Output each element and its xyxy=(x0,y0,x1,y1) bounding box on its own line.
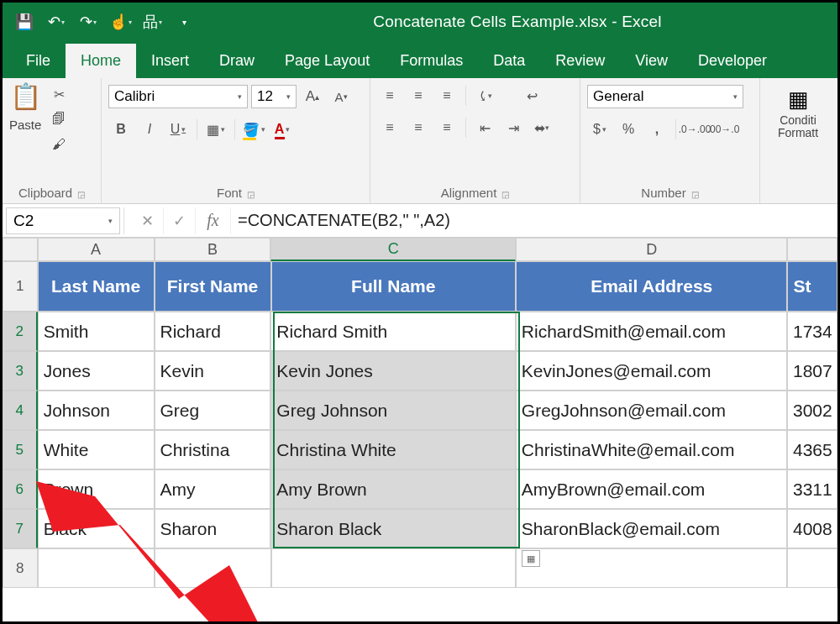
format-painter-icon[interactable]: 🖌 xyxy=(46,134,71,155)
cell[interactable] xyxy=(155,548,271,588)
cell[interactable]: Johnson xyxy=(38,391,155,430)
row-header-1[interactable]: 1 xyxy=(3,261,38,312)
save-icon[interactable]: 💾 xyxy=(11,8,38,35)
accounting-format-icon[interactable]: $▾ xyxy=(587,118,612,140)
cell[interactable]: GregJohnson@email.com xyxy=(516,391,787,430)
cut-icon[interactable]: ✂ xyxy=(46,83,71,105)
cell[interactable]: Email Address xyxy=(516,261,787,312)
col-header-C[interactable]: C xyxy=(270,238,516,261)
cell[interactable]: 4008 xyxy=(787,509,837,548)
number-launcher-icon[interactable]: ◲ xyxy=(691,190,699,199)
increase-decimal-icon[interactable]: .0→.00 xyxy=(682,118,707,140)
tab-view[interactable]: View xyxy=(620,44,683,78)
borders-icon[interactable]: ▦▾ xyxy=(203,118,228,140)
cell[interactable] xyxy=(787,548,837,588)
increase-font-icon[interactable]: A▴ xyxy=(300,86,325,107)
wrap-text-icon[interactable]: ↩ xyxy=(519,85,544,107)
cell[interactable]: St xyxy=(787,261,837,312)
cell[interactable] xyxy=(271,548,517,588)
paste-icon[interactable]: 📋 xyxy=(10,81,41,111)
redo-icon[interactable]: ↷▾ xyxy=(75,8,102,35)
conditional-formatting-icon[interactable]: ▦ xyxy=(788,87,809,113)
align-right-icon[interactable]: ≡ xyxy=(434,117,459,139)
align-top-icon[interactable]: ≡ xyxy=(377,85,402,107)
decrease-indent-icon[interactable]: ⇤ xyxy=(472,117,497,139)
font-size-select[interactable]: 12▾ xyxy=(251,85,297,108)
cell[interactable]: 3002 xyxy=(787,391,837,430)
cell[interactable]: First Name xyxy=(155,261,271,312)
cell[interactable]: Amy Brown xyxy=(270,469,515,509)
touch-mode-icon[interactable]: ☝▾ xyxy=(107,8,134,35)
percent-format-icon[interactable]: % xyxy=(616,118,641,140)
cell[interactable]: Amy xyxy=(155,469,271,509)
clipboard-launcher-icon[interactable]: ◲ xyxy=(77,190,85,199)
row-header-7[interactable]: 7 xyxy=(3,509,38,548)
tab-draw[interactable]: Draw xyxy=(204,44,270,78)
paste-button[interactable]: Paste xyxy=(9,118,41,132)
merge-center-icon[interactable]: ⬌▾ xyxy=(529,117,554,139)
font-color-icon[interactable]: A▾ xyxy=(270,118,295,140)
cell[interactable] xyxy=(516,548,787,588)
cell[interactable]: KevinJones@email.com xyxy=(516,351,787,391)
cell[interactable]: 4365 xyxy=(787,430,837,469)
bold-button[interactable]: B xyxy=(108,118,134,140)
cell[interactable]: SharonBlack@email.com xyxy=(516,509,787,548)
italic-button[interactable]: I xyxy=(137,118,162,140)
cell[interactable]: 1734 xyxy=(787,312,837,351)
tab-review[interactable]: Review xyxy=(540,44,620,78)
align-left-icon[interactable]: ≡ xyxy=(377,117,402,139)
cell[interactable]: Smith xyxy=(38,312,155,351)
cell[interactable]: AmyBrown@email.com xyxy=(516,469,787,509)
row-header-2[interactable]: 2 xyxy=(3,312,38,351)
tab-formulas[interactable]: Formulas xyxy=(385,44,478,78)
cell[interactable]: Greg xyxy=(155,391,271,430)
cell[interactable]: Christina White xyxy=(270,430,515,469)
col-header-A[interactable]: A xyxy=(38,238,155,261)
qat-customize-icon[interactable]: ▾ xyxy=(171,8,197,35)
col-header-D[interactable]: D xyxy=(516,238,787,261)
formula-input[interactable]: =CONCATENATE(B2," ",A2) xyxy=(231,211,837,230)
cell[interactable]: Full Name xyxy=(271,261,517,312)
decrease-font-icon[interactable]: A▾ xyxy=(328,86,354,107)
row-header-6[interactable]: 6 xyxy=(3,469,38,509)
cell[interactable] xyxy=(38,548,155,588)
font-name-select[interactable]: Calibri▾ xyxy=(108,85,248,108)
cell[interactable]: Christina xyxy=(155,430,271,469)
name-box[interactable]: C2▾ xyxy=(6,207,120,234)
cell[interactable]: Last Name xyxy=(38,261,155,312)
cell[interactable]: Greg Johnson xyxy=(270,391,515,430)
col-header-B[interactable]: B xyxy=(155,238,271,261)
cell[interactable]: Kevin xyxy=(155,351,271,391)
align-bottom-icon[interactable]: ≡ xyxy=(434,85,459,107)
cell[interactable]: ChristinaWhite@email.com xyxy=(516,430,787,469)
increase-indent-icon[interactable]: ⇥ xyxy=(501,117,526,139)
cell[interactable]: Sharon Black xyxy=(270,509,515,548)
cell[interactable]: 1807 xyxy=(787,351,837,391)
row-header-5[interactable]: 5 xyxy=(3,430,38,469)
tab-page-layout[interactable]: Page Layout xyxy=(270,44,385,78)
select-all-corner[interactable] xyxy=(3,238,38,261)
copy-icon[interactable]: 🗐 xyxy=(46,108,71,130)
conditional-formatting-button[interactable]: ConditiFormatt xyxy=(778,114,818,140)
relationships-icon[interactable]: 品▾ xyxy=(139,8,165,35)
row-header-4[interactable]: 4 xyxy=(3,391,38,430)
decrease-decimal-icon[interactable]: .00→.0 xyxy=(711,118,736,140)
tab-file[interactable]: File xyxy=(11,44,66,78)
row-header-8[interactable]: 8 xyxy=(3,548,38,588)
fill-color-icon[interactable]: 🪣▾ xyxy=(241,118,266,140)
font-launcher-icon[interactable]: ◲ xyxy=(247,190,255,199)
cancel-formula-icon[interactable]: ✕ xyxy=(132,207,164,234)
alignment-launcher-icon[interactable]: ◲ xyxy=(501,190,509,199)
cell[interactable]: 3311 xyxy=(787,469,837,509)
cell[interactable]: RichardSmith@email.com xyxy=(516,312,787,351)
col-header-E[interactable] xyxy=(787,238,837,261)
comma-format-icon[interactable]: , xyxy=(644,118,669,140)
cell[interactable]: Jones xyxy=(38,351,155,391)
cell[interactable]: Kevin Jones xyxy=(270,351,515,391)
tab-data[interactable]: Data xyxy=(478,44,540,78)
cell[interactable]: Brown xyxy=(38,469,155,509)
align-center-icon[interactable]: ≡ xyxy=(406,117,431,139)
cell[interactable]: Sharon xyxy=(155,509,271,548)
orientation-icon[interactable]: ⤹▾ xyxy=(472,85,497,107)
cell[interactable]: Richard Smith xyxy=(270,312,515,351)
